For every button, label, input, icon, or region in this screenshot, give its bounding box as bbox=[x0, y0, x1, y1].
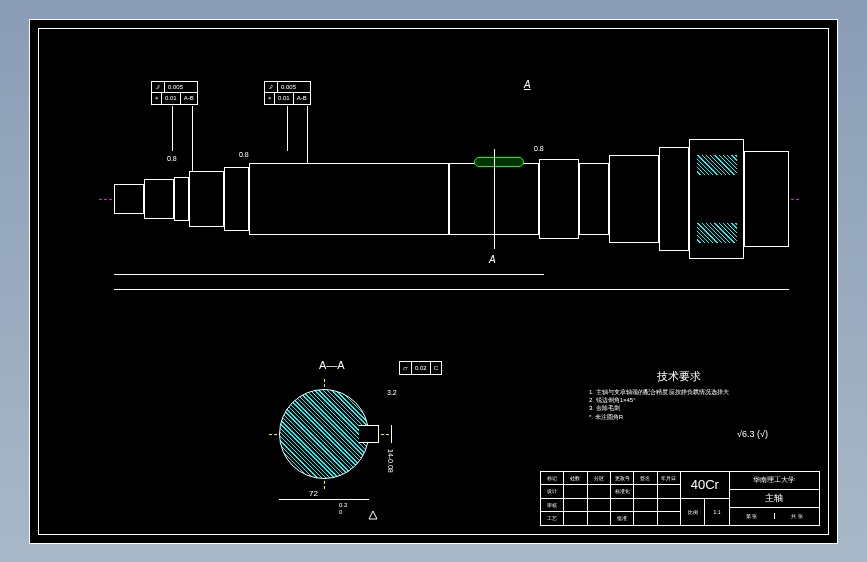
tb-header: 年月日 bbox=[658, 472, 680, 485]
inner-border: ⫽ 0.005 ⌖ 0.01 A-B ⫽ 0.005 bbox=[38, 28, 829, 535]
tb-header: 标记 bbox=[541, 472, 564, 485]
shaft-seg bbox=[249, 163, 449, 235]
title-block: 标记 处数 分区 更改号 签名 年月日 设计 标准化 审核 bbox=[540, 471, 820, 526]
tech-req-list: 1. 主轴与支承轴颈的配合精度 应按静负载情况选择大 2. 锐边倒角1×45° … bbox=[589, 388, 769, 422]
gdt-datum: A-B bbox=[294, 93, 310, 104]
gdt-frame-3: ⏥ 0.02 C bbox=[399, 361, 442, 375]
tech-req-item: 1. 主轴与支承轴颈的配合精度 应按静负载情况选择大 bbox=[589, 388, 769, 396]
shaft-seg bbox=[539, 159, 579, 239]
dim-line bbox=[114, 289, 789, 290]
dim-14: 14-0.08 bbox=[387, 449, 394, 473]
drawing-area: ⫽ 0.005 ⌖ 0.01 A-B ⫽ 0.005 bbox=[59, 49, 808, 514]
gdt-value: 0.005 bbox=[278, 82, 299, 92]
gdt-frame-1: ⫽ 0.005 ⌖ 0.01 A-B bbox=[151, 81, 198, 105]
dim-tol2: 0 bbox=[339, 509, 342, 515]
sf-aa: 3.2 bbox=[387, 389, 397, 396]
tb-row-label: 工艺 bbox=[541, 512, 564, 525]
tb-header: 处数 bbox=[564, 472, 587, 485]
material-label: 40Cr bbox=[681, 472, 729, 499]
gdt-value: 0.02 bbox=[412, 362, 431, 374]
hatch bbox=[697, 223, 737, 243]
shaft-seg bbox=[609, 155, 659, 243]
title-block-revisions: 标记 处数 分区 更改号 签名 年月日 设计 标准化 审核 bbox=[541, 472, 680, 525]
leader-line bbox=[307, 106, 308, 166]
keyway-top-view bbox=[474, 157, 524, 167]
gdt-frame-2: ⫽ 0.005 ⌖ 0.01 A-B bbox=[264, 81, 311, 105]
tb-header: 签名 bbox=[634, 472, 657, 485]
tb-row-label: 审核 bbox=[541, 499, 564, 512]
leader-line bbox=[192, 106, 193, 171]
gdt-symbol: ⌖ bbox=[152, 93, 162, 104]
tech-req-item: 3. 去除毛刺 bbox=[589, 404, 769, 412]
gdt-value: 0.01 bbox=[162, 93, 181, 104]
tb-row-label: 批准 bbox=[611, 512, 634, 525]
hatch bbox=[697, 155, 737, 175]
dim-72: 72 bbox=[309, 489, 318, 498]
tech-req-title: 技术要求 bbox=[589, 369, 769, 384]
gdt-symbol: ⏥ bbox=[400, 362, 412, 374]
triangle-marker-icon bbox=[367, 507, 379, 525]
section-mark-top: A bbox=[524, 79, 531, 90]
tech-req-item: *. 未注圆角R bbox=[589, 413, 769, 421]
shaft-seg bbox=[224, 167, 249, 231]
surface-finish-label: 0.8 bbox=[167, 155, 177, 162]
gdt-value: 0.005 bbox=[165, 82, 186, 92]
drawing-frame: ⫽ 0.005 ⌖ 0.01 A-B ⫽ 0.005 bbox=[29, 19, 838, 544]
gdt-value: 0.01 bbox=[275, 93, 294, 104]
gdt-datum: C bbox=[431, 362, 441, 374]
scale-value: 1:1 bbox=[705, 499, 728, 525]
shaft-seg bbox=[114, 184, 144, 214]
tb-row-label: 标准化 bbox=[611, 485, 634, 498]
gdt-symbol: ⫽ bbox=[152, 82, 165, 92]
sheet-label: 第 张 bbox=[730, 513, 775, 519]
dim-line-14 bbox=[391, 425, 392, 443]
title-block-right: 华南理工大学 主轴 第 张 共 张 bbox=[730, 472, 819, 525]
shaft-seg bbox=[579, 163, 609, 235]
svg-marker-0 bbox=[369, 511, 377, 519]
title-block-material: 40Cr 比例 1:1 bbox=[680, 472, 730, 525]
dim-line-72 bbox=[279, 499, 369, 500]
tech-req-item: 2. 锐边倒角1×45° bbox=[589, 396, 769, 404]
leader-line bbox=[172, 106, 173, 151]
section-cut-line bbox=[494, 149, 495, 249]
leader-line bbox=[287, 106, 288, 151]
shaft-seg bbox=[659, 147, 689, 251]
shaft-seg bbox=[144, 179, 174, 219]
gdt-symbol: ⌖ bbox=[265, 93, 275, 104]
keyway-section bbox=[359, 425, 379, 443]
dim-tol1: 0.2 bbox=[339, 502, 347, 508]
surface-finish-label: 0.8 bbox=[534, 145, 544, 152]
shaft-seg bbox=[174, 177, 189, 221]
tb-header: 更改号 bbox=[611, 472, 634, 485]
institution-label: 华南理工大学 bbox=[730, 472, 819, 490]
general-surface-finish: √6.3 (√) bbox=[737, 429, 768, 439]
part-name-label: 主轴 bbox=[730, 490, 819, 508]
surface-finish-label: 0.8 bbox=[239, 151, 249, 158]
dim-line bbox=[114, 274, 544, 275]
main-shaft-view: 0.8 0.8 0.8 A bbox=[99, 109, 799, 289]
scale-label: 比例 bbox=[681, 499, 705, 525]
gdt-symbol: ⫽ bbox=[265, 82, 278, 92]
shaft-cross-section bbox=[279, 389, 369, 479]
section-title: A—A bbox=[319, 359, 345, 371]
section-a-a: A—A ⏥ 0.02 C 72 0.2 0 14-0.08 3.2 bbox=[259, 359, 519, 529]
section-mark-bottom: A bbox=[489, 254, 496, 265]
shaft-seg bbox=[189, 171, 224, 227]
total-label: 共 张 bbox=[775, 513, 819, 519]
gdt-datum: A-B bbox=[181, 93, 197, 104]
technical-requirements: 技术要求 1. 主轴与支承轴颈的配合精度 应按静负载情况选择大 2. 锐边倒角1… bbox=[589, 369, 769, 422]
tb-header: 分区 bbox=[588, 472, 611, 485]
shaft-seg bbox=[744, 151, 789, 247]
tb-row-label: 设计 bbox=[541, 485, 564, 498]
